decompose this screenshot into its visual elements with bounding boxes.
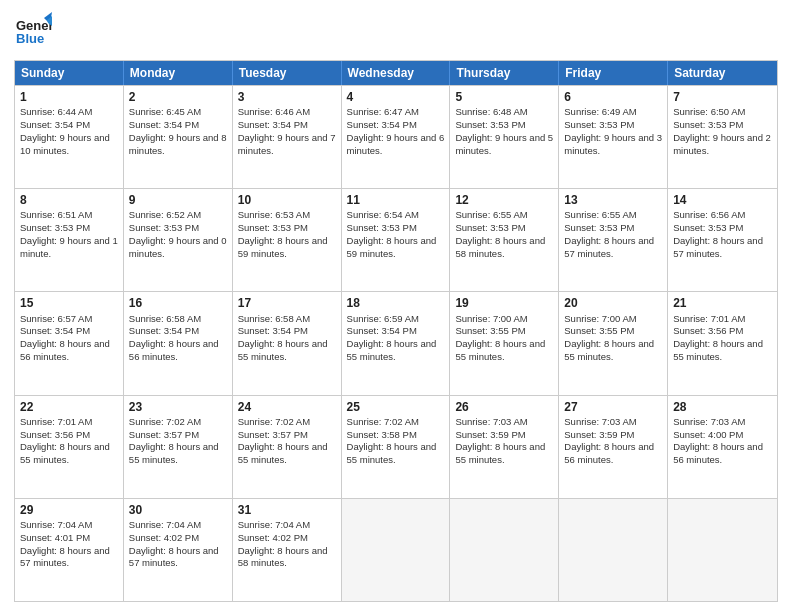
- day-number: 30: [129, 502, 227, 518]
- day-info-line: Daylight: 9 hours: [673, 132, 744, 143]
- day-info-line: Sunset: 3:53 PM: [564, 119, 634, 130]
- day-info-line: Daylight: 8 hours: [564, 235, 635, 246]
- day-number: 7: [673, 89, 772, 105]
- day-number: 23: [129, 399, 227, 415]
- day-cell-29: 29Sunrise: 7:04 AM Sunset: 4:01 PM Dayli…: [15, 499, 124, 601]
- day-info-line: Sunrise: 6:56 AM: [673, 209, 745, 220]
- day-header-sunday: Sunday: [15, 61, 124, 85]
- day-info-line: Daylight: 9 hours: [564, 132, 635, 143]
- day-info-line: Daylight: 8 hours: [564, 441, 635, 452]
- day-info-line: Sunrise: 7:00 AM: [564, 313, 636, 324]
- day-cell-7: 7Sunrise: 6:50 AM Sunset: 3:53 PM Daylig…: [668, 86, 777, 188]
- day-info-line: Sunrise: 7:04 AM: [129, 519, 201, 530]
- day-info-line: Sunset: 3:55 PM: [455, 325, 525, 336]
- day-number: 14: [673, 192, 772, 208]
- day-cell-4: 4Sunrise: 6:47 AM Sunset: 3:54 PM Daylig…: [342, 86, 451, 188]
- day-number: 6: [564, 89, 662, 105]
- day-cell-2: 2Sunrise: 6:45 AM Sunset: 3:54 PM Daylig…: [124, 86, 233, 188]
- day-number: 21: [673, 295, 772, 311]
- day-cell-24: 24Sunrise: 7:02 AM Sunset: 3:57 PM Dayli…: [233, 396, 342, 498]
- day-info-line: Sunrise: 7:03 AM: [455, 416, 527, 427]
- day-info-line: Sunrise: 6:48 AM: [455, 106, 527, 117]
- day-info-line: Daylight: 8 hours: [347, 338, 418, 349]
- day-info-line: Sunset: 3:54 PM: [238, 325, 308, 336]
- day-info-line: Sunrise: 6:45 AM: [129, 106, 201, 117]
- day-number: 1: [20, 89, 118, 105]
- day-number: 18: [347, 295, 445, 311]
- day-info-line: Sunset: 3:54 PM: [238, 119, 308, 130]
- day-cell-16: 16Sunrise: 6:58 AM Sunset: 3:54 PM Dayli…: [124, 292, 233, 394]
- logo-icon: General Blue: [14, 10, 52, 48]
- day-cell-27: 27Sunrise: 7:03 AM Sunset: 3:59 PM Dayli…: [559, 396, 668, 498]
- day-info-line: Sunrise: 7:02 AM: [129, 416, 201, 427]
- day-cell-3: 3Sunrise: 6:46 AM Sunset: 3:54 PM Daylig…: [233, 86, 342, 188]
- day-info-line: Daylight: 8 hours: [673, 441, 744, 452]
- day-cell-13: 13Sunrise: 6:55 AM Sunset: 3:53 PM Dayli…: [559, 189, 668, 291]
- day-info-line: Sunset: 3:57 PM: [129, 429, 199, 440]
- day-info-line: Daylight: 8 hours: [20, 338, 91, 349]
- day-cell-15: 15Sunrise: 6:57 AM Sunset: 3:54 PM Dayli…: [15, 292, 124, 394]
- day-cell-9: 9Sunrise: 6:52 AM Sunset: 3:53 PM Daylig…: [124, 189, 233, 291]
- day-info-line: Daylight: 9 hours: [455, 132, 526, 143]
- day-info-line: Daylight: 8 hours: [20, 441, 91, 452]
- day-info-line: Daylight: 9 hours: [347, 132, 418, 143]
- day-info-line: Sunrise: 6:59 AM: [347, 313, 419, 324]
- day-info-line: Sunset: 4:02 PM: [238, 532, 308, 543]
- day-info-line: Sunset: 3:53 PM: [347, 222, 417, 233]
- day-number: 17: [238, 295, 336, 311]
- day-number: 29: [20, 502, 118, 518]
- day-info-line: Daylight: 8 hours: [238, 545, 309, 556]
- day-info-line: Sunrise: 6:58 AM: [129, 313, 201, 324]
- day-header-saturday: Saturday: [668, 61, 777, 85]
- day-header-friday: Friday: [559, 61, 668, 85]
- day-info-line: Daylight: 8 hours: [20, 545, 91, 556]
- day-cell-14: 14Sunrise: 6:56 AM Sunset: 3:53 PM Dayli…: [668, 189, 777, 291]
- day-info-line: Sunset: 3:53 PM: [238, 222, 308, 233]
- day-info-line: Sunrise: 7:04 AM: [20, 519, 92, 530]
- day-cell-26: 26Sunrise: 7:03 AM Sunset: 3:59 PM Dayli…: [450, 396, 559, 498]
- calendar-row-3: 15Sunrise: 6:57 AM Sunset: 3:54 PM Dayli…: [15, 291, 777, 394]
- day-number: 22: [20, 399, 118, 415]
- day-info-line: Daylight: 8 hours: [129, 545, 200, 556]
- day-info-line: Daylight: 8 hours: [455, 235, 526, 246]
- day-info-line: Sunset: 3:53 PM: [20, 222, 90, 233]
- day-cell-30: 30Sunrise: 7:04 AM Sunset: 4:02 PM Dayli…: [124, 499, 233, 601]
- day-info-line: Sunrise: 6:54 AM: [347, 209, 419, 220]
- day-info-line: Daylight: 9 hours: [238, 132, 309, 143]
- day-info-line: Daylight: 9 hours: [20, 235, 91, 246]
- day-info-line: Sunset: 3:57 PM: [238, 429, 308, 440]
- day-info-line: Sunrise: 6:55 AM: [455, 209, 527, 220]
- day-info-line: Sunset: 3:53 PM: [455, 119, 525, 130]
- logo: General Blue: [14, 10, 52, 52]
- day-number: 15: [20, 295, 118, 311]
- day-info-line: Sunrise: 7:00 AM: [455, 313, 527, 324]
- day-info-line: Daylight: 8 hours: [129, 441, 200, 452]
- empty-cell: [559, 499, 668, 601]
- day-cell-1: 1Sunrise: 6:44 AM Sunset: 3:54 PM Daylig…: [15, 86, 124, 188]
- day-info-line: Sunrise: 6:49 AM: [564, 106, 636, 117]
- day-number: 19: [455, 295, 553, 311]
- day-info-line: Sunset: 3:54 PM: [20, 325, 90, 336]
- calendar-row-5: 29Sunrise: 7:04 AM Sunset: 4:01 PM Dayli…: [15, 498, 777, 601]
- day-number: 2: [129, 89, 227, 105]
- day-number: 9: [129, 192, 227, 208]
- day-info-line: Sunset: 3:56 PM: [20, 429, 90, 440]
- day-number: 12: [455, 192, 553, 208]
- day-number: 25: [347, 399, 445, 415]
- day-number: 4: [347, 89, 445, 105]
- day-info-line: Daylight: 8 hours: [238, 441, 309, 452]
- day-number: 26: [455, 399, 553, 415]
- day-info-line: Sunset: 4:02 PM: [129, 532, 199, 543]
- calendar: SundayMondayTuesdayWednesdayThursdayFrid…: [14, 60, 778, 602]
- day-info-line: Sunrise: 7:01 AM: [20, 416, 92, 427]
- page: General Blue SundayMondayTuesdayWednesda…: [0, 0, 792, 612]
- day-number: 20: [564, 295, 662, 311]
- day-info-line: Sunset: 3:55 PM: [564, 325, 634, 336]
- day-number: 16: [129, 295, 227, 311]
- day-info-line: Daylight: 9 hours: [129, 235, 200, 246]
- day-cell-6: 6Sunrise: 6:49 AM Sunset: 3:53 PM Daylig…: [559, 86, 668, 188]
- day-info-line: Sunset: 3:59 PM: [455, 429, 525, 440]
- day-number: 28: [673, 399, 772, 415]
- day-number: 8: [20, 192, 118, 208]
- day-number: 5: [455, 89, 553, 105]
